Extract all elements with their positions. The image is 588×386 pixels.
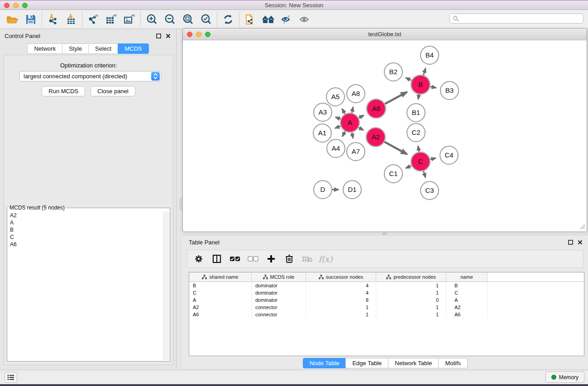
table-row[interactable]: A dominator 8 0 A xyxy=(189,296,584,304)
tab-mcds[interactable]: MCDS xyxy=(118,43,148,54)
close-network-button[interactable] xyxy=(187,32,192,37)
resize-grip-icon[interactable] xyxy=(579,223,585,229)
cell-name[interactable]: A xyxy=(446,296,488,304)
result-scrollbar[interactable] xyxy=(163,212,169,360)
home-button[interactable] xyxy=(259,11,277,28)
cell-predecessor-nodes[interactable]: 1 xyxy=(376,289,446,296)
import-table-button[interactable] xyxy=(62,11,80,28)
network-window-titlebar[interactable]: testGlobe.txt xyxy=(183,29,587,40)
export-image-button[interactable] xyxy=(120,11,139,28)
cell-predecessor-nodes[interactable]: 0 xyxy=(376,296,446,304)
search-box[interactable] xyxy=(449,14,583,24)
column-header-successor-nodes[interactable]: successor nodes xyxy=(306,272,376,281)
float-table-panel-button[interactable] xyxy=(567,239,574,246)
tab-select[interactable]: Select xyxy=(88,43,118,54)
vertical-splitter-handle[interactable] xyxy=(180,198,182,210)
cell-name[interactable]: A2 xyxy=(446,304,488,311)
export-table-button[interactable] xyxy=(102,11,120,28)
zoom-selected-button[interactable] xyxy=(197,11,215,28)
delete-column-button[interactable] xyxy=(282,252,297,266)
show-graphics-button[interactable] xyxy=(296,11,314,28)
cell-predecessor-nodes[interactable]: 1 xyxy=(376,282,446,289)
cell-successor-nodes[interactable]: 4 xyxy=(306,282,376,289)
save-session-button[interactable] xyxy=(22,11,40,28)
hide-graphics-button[interactable] xyxy=(277,11,296,28)
cell-shared-name[interactable]: C xyxy=(189,289,252,296)
zoom-selected-icon xyxy=(200,14,212,25)
result-item[interactable]: A6 xyxy=(8,241,163,248)
zoom-in-button[interactable] xyxy=(143,11,161,28)
float-panel-button[interactable] xyxy=(155,33,162,39)
cell-name[interactable]: B xyxy=(446,282,488,289)
search-input[interactable] xyxy=(459,14,583,23)
close-panel-button[interactable] xyxy=(165,33,172,39)
graph-edge-A6-B[interactable] xyxy=(384,92,407,105)
delete-table-button[interactable] xyxy=(300,252,315,266)
result-item[interactable]: B xyxy=(8,226,163,234)
tab-motifs[interactable]: Motifs xyxy=(438,358,468,368)
cell-predecessor-nodes[interactable]: 1 xyxy=(376,304,446,311)
tab-network-table[interactable]: Network Table xyxy=(388,358,438,368)
cell-successor-nodes[interactable]: 4 xyxy=(306,289,376,296)
minimize-network-button[interactable] xyxy=(196,32,201,37)
column-header-predecessor-nodes[interactable]: predecessor nodes xyxy=(376,272,446,281)
unselect-all-columns-button[interactable] xyxy=(245,252,261,266)
show-columns-button[interactable] xyxy=(209,252,225,266)
function-builder-button[interactable]: f(x) xyxy=(318,252,333,266)
result-item[interactable]: A xyxy=(8,219,163,226)
close-panel-pushbutton[interactable]: Close panel xyxy=(91,86,135,96)
graph-edge-A2-C[interactable] xyxy=(383,141,407,154)
cell-successor-nodes[interactable]: 8 xyxy=(306,296,376,304)
cell-shared-name[interactable]: A xyxy=(189,296,252,304)
result-item[interactable]: C xyxy=(8,234,163,241)
select-all-columns-button[interactable] xyxy=(227,252,243,266)
network-graph[interactable]: AA1A2A3A4A5A6A7A8BB1B2B3B4CC1C2C3C4DD1 xyxy=(183,41,587,231)
cell-predecessor-nodes[interactable]: 1 xyxy=(376,311,446,318)
network-canvas[interactable]: AA1A2A3A4A5A6A7A8BB1B2B3B4CC1C2C3C4DD1 xyxy=(183,41,587,231)
cell-name[interactable]: C xyxy=(446,289,488,296)
close-window-button[interactable] xyxy=(4,3,10,8)
clone-network-button[interactable] xyxy=(241,11,259,28)
cell-successor-nodes[interactable]: 1 xyxy=(306,311,376,318)
minimize-window-button[interactable] xyxy=(13,3,19,8)
zoom-network-button[interactable] xyxy=(205,32,210,37)
cell-shared-name[interactable]: A6 xyxy=(189,311,252,318)
cell-successor-nodes[interactable]: 1 xyxy=(306,304,376,311)
criterion-select[interactable]: largest connected component (directed) xyxy=(19,71,161,81)
tab-node-table[interactable]: Node Table xyxy=(303,358,346,368)
cell-mcds-role[interactable]: dominator xyxy=(252,289,306,296)
cell-mcds-role[interactable]: dominator xyxy=(252,282,306,289)
open-file-button[interactable] xyxy=(4,11,22,28)
tab-network[interactable]: Network xyxy=(27,43,62,54)
memory-button[interactable]: Memory xyxy=(545,372,584,383)
table-row[interactable]: B dominator 4 1 B xyxy=(189,282,584,289)
close-table-panel-button[interactable] xyxy=(577,239,583,246)
result-item[interactable]: A2 xyxy=(8,212,163,219)
cell-shared-name[interactable]: A2 xyxy=(189,304,252,311)
zoom-window-button[interactable] xyxy=(22,3,28,8)
zoom-fit-button[interactable] xyxy=(179,11,197,28)
column-header-mcds-role[interactable]: MCDS role xyxy=(252,272,306,281)
zoom-in-icon xyxy=(146,14,158,25)
zoom-out-button[interactable] xyxy=(161,11,179,28)
tab-edge-table[interactable]: Edge Table xyxy=(345,358,388,368)
cell-shared-name[interactable]: B xyxy=(189,282,252,289)
cell-mcds-role[interactable]: connector xyxy=(252,304,306,311)
cell-name[interactable]: A6 xyxy=(446,311,488,318)
cell-mcds-role[interactable]: dominator xyxy=(252,296,306,304)
table-row[interactable]: A2 connector 1 1 A2 xyxy=(189,304,584,311)
task-history-button[interactable] xyxy=(5,372,17,383)
export-network-button[interactable] xyxy=(84,11,102,28)
export-network-icon xyxy=(87,14,100,25)
column-header-name[interactable]: name xyxy=(446,272,488,281)
cell-mcds-role[interactable]: connector xyxy=(252,311,306,318)
tab-style[interactable]: Style xyxy=(62,43,88,54)
run-mcds-button[interactable]: Run MCDS xyxy=(42,86,85,96)
table-row[interactable]: C dominator 4 1 C xyxy=(189,289,584,296)
table-row[interactable]: A6 connector 1 1 A6 xyxy=(189,311,584,318)
column-header-shared-name[interactable]: shared name xyxy=(189,272,252,281)
table-settings-button[interactable] xyxy=(191,252,206,266)
refresh-button[interactable] xyxy=(219,11,237,28)
create-column-button[interactable] xyxy=(263,252,279,266)
import-network-button[interactable] xyxy=(44,11,62,28)
